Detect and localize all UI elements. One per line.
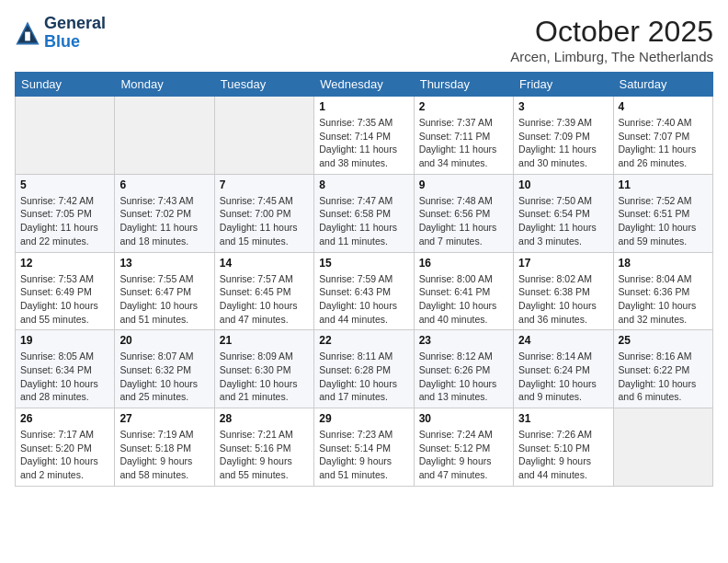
day-number: 20	[119, 334, 209, 347]
calendar-week-row: 1Sunrise: 7:35 AM Sunset: 7:14 PM Daylig…	[16, 97, 713, 175]
day-info: Sunrise: 8:02 AM Sunset: 6:38 PM Dayligh…	[518, 272, 608, 327]
calendar-cell: 22Sunrise: 8:11 AM Sunset: 6:28 PM Dayli…	[314, 330, 414, 408]
day-number: 8	[319, 178, 408, 191]
day-info: Sunrise: 7:21 AM Sunset: 5:16 PM Dayligh…	[220, 428, 309, 482]
weekday-header: Thursday	[414, 73, 513, 97]
calendar-cell: 31Sunrise: 7:26 AM Sunset: 5:10 PM Dayli…	[514, 408, 613, 487]
day-number: 10	[518, 178, 608, 191]
day-number: 7	[220, 178, 309, 191]
calendar-cell: 29Sunrise: 7:23 AM Sunset: 5:14 PM Dayli…	[314, 408, 414, 487]
day-info: Sunrise: 8:09 AM Sunset: 6:30 PM Dayligh…	[220, 350, 309, 404]
day-info: Sunrise: 7:39 AM Sunset: 7:09 PM Dayligh…	[518, 116, 608, 170]
day-number: 24	[518, 334, 608, 347]
day-info: Sunrise: 7:43 AM Sunset: 7:02 PM Dayligh…	[119, 194, 209, 248]
title-block: October 2025 Arcen, Limburg, The Netherl…	[510, 15, 713, 64]
day-number: 5	[20, 178, 109, 191]
day-info: Sunrise: 7:48 AM Sunset: 6:56 PM Dayligh…	[419, 194, 508, 248]
day-info: Sunrise: 7:40 AM Sunset: 7:07 PM Dayligh…	[619, 116, 708, 170]
day-number: 17	[518, 257, 608, 270]
day-info: Sunrise: 7:23 AM Sunset: 5:14 PM Dayligh…	[319, 428, 408, 482]
day-info: Sunrise: 7:42 AM Sunset: 7:05 PM Dayligh…	[20, 194, 109, 248]
calendar-cell: 17Sunrise: 8:02 AM Sunset: 6:38 PM Dayli…	[514, 252, 613, 330]
calendar-cell	[613, 408, 712, 487]
location: Arcen, Limburg, The Netherlands	[510, 49, 713, 64]
day-info: Sunrise: 8:16 AM Sunset: 6:22 PM Dayligh…	[619, 350, 708, 404]
calendar-cell: 16Sunrise: 8:00 AM Sunset: 6:41 PM Dayli…	[414, 252, 513, 330]
calendar-cell	[115, 97, 214, 175]
calendar-cell: 15Sunrise: 7:59 AM Sunset: 6:43 PM Dayli…	[314, 252, 414, 330]
day-number: 14	[220, 257, 309, 270]
day-number: 23	[419, 334, 508, 347]
calendar-cell: 25Sunrise: 8:16 AM Sunset: 6:22 PM Dayli…	[613, 330, 712, 408]
calendar-week-row: 12Sunrise: 7:53 AM Sunset: 6:49 PM Dayli…	[16, 252, 713, 330]
day-info: Sunrise: 8:04 AM Sunset: 6:36 PM Dayligh…	[619, 272, 708, 327]
calendar-cell: 5Sunrise: 7:42 AM Sunset: 7:05 PM Daylig…	[16, 174, 115, 252]
day-info: Sunrise: 8:07 AM Sunset: 6:32 PM Dayligh…	[119, 350, 209, 404]
calendar-cell: 6Sunrise: 7:43 AM Sunset: 7:02 PM Daylig…	[115, 174, 214, 252]
day-number: 31	[518, 412, 608, 425]
calendar-cell: 23Sunrise: 8:12 AM Sunset: 6:26 PM Dayli…	[414, 330, 513, 408]
calendar-cell: 27Sunrise: 7:19 AM Sunset: 5:18 PM Dayli…	[115, 408, 214, 487]
calendar-cell: 28Sunrise: 7:21 AM Sunset: 5:16 PM Dayli…	[214, 408, 313, 487]
day-number: 21	[220, 334, 309, 347]
day-info: Sunrise: 7:55 AM Sunset: 6:47 PM Dayligh…	[119, 272, 209, 327]
calendar-cell: 1Sunrise: 7:35 AM Sunset: 7:14 PM Daylig…	[314, 97, 414, 175]
calendar-week-row: 5Sunrise: 7:42 AM Sunset: 7:05 PM Daylig…	[16, 174, 713, 252]
day-number: 19	[20, 334, 109, 347]
day-info: Sunrise: 8:14 AM Sunset: 6:24 PM Dayligh…	[518, 350, 608, 404]
day-number: 12	[20, 257, 109, 270]
calendar-cell: 30Sunrise: 7:24 AM Sunset: 5:12 PM Dayli…	[414, 408, 513, 487]
weekday-header: Monday	[115, 73, 214, 97]
calendar-cell: 13Sunrise: 7:55 AM Sunset: 6:47 PM Dayli…	[115, 252, 214, 330]
weekday-header: Friday	[514, 73, 613, 97]
logo-line2: Blue	[44, 33, 106, 52]
day-number: 28	[220, 412, 309, 425]
day-info: Sunrise: 7:59 AM Sunset: 6:43 PM Dayligh…	[319, 272, 408, 327]
calendar-cell: 8Sunrise: 7:47 AM Sunset: 6:58 PM Daylig…	[314, 174, 414, 252]
day-info: Sunrise: 7:26 AM Sunset: 5:10 PM Dayligh…	[518, 428, 608, 482]
logo-line1: General	[44, 15, 106, 33]
calendar-cell: 3Sunrise: 7:39 AM Sunset: 7:09 PM Daylig…	[514, 97, 613, 175]
calendar-table: SundayMondayTuesdayWednesdayThursdayFrid…	[15, 72, 713, 487]
weekday-header: Wednesday	[314, 73, 414, 97]
calendar-cell	[214, 97, 313, 175]
day-info: Sunrise: 7:24 AM Sunset: 5:12 PM Dayligh…	[419, 428, 508, 482]
calendar-cell: 2Sunrise: 7:37 AM Sunset: 7:11 PM Daylig…	[414, 97, 513, 175]
day-number: 27	[119, 412, 209, 425]
calendar-week-row: 19Sunrise: 8:05 AM Sunset: 6:34 PM Dayli…	[16, 330, 713, 408]
day-number: 2	[419, 100, 508, 113]
day-number: 15	[319, 257, 408, 270]
day-info: Sunrise: 7:50 AM Sunset: 6:54 PM Dayligh…	[518, 194, 608, 248]
day-number: 11	[619, 178, 708, 191]
page-header: General Blue October 2025 Arcen, Limburg…	[15, 15, 713, 64]
day-info: Sunrise: 8:12 AM Sunset: 6:26 PM Dayligh…	[419, 350, 508, 404]
day-number: 25	[619, 334, 708, 347]
calendar-cell: 4Sunrise: 7:40 AM Sunset: 7:07 PM Daylig…	[613, 97, 712, 175]
weekday-header-row: SundayMondayTuesdayWednesdayThursdayFrid…	[16, 73, 713, 97]
weekday-header: Saturday	[613, 73, 712, 97]
day-number: 16	[419, 257, 508, 270]
day-number: 4	[619, 100, 708, 113]
day-number: 13	[119, 257, 209, 270]
day-info: Sunrise: 8:00 AM Sunset: 6:41 PM Dayligh…	[419, 272, 508, 327]
day-number: 26	[20, 412, 109, 425]
calendar-cell: 7Sunrise: 7:45 AM Sunset: 7:00 PM Daylig…	[214, 174, 313, 252]
calendar-cell: 10Sunrise: 7:50 AM Sunset: 6:54 PM Dayli…	[514, 174, 613, 252]
day-info: Sunrise: 7:45 AM Sunset: 7:00 PM Dayligh…	[220, 194, 309, 248]
day-number: 18	[619, 257, 708, 270]
day-info: Sunrise: 8:11 AM Sunset: 6:28 PM Dayligh…	[319, 350, 408, 404]
calendar-cell: 9Sunrise: 7:48 AM Sunset: 6:56 PM Daylig…	[414, 174, 513, 252]
calendar-cell: 24Sunrise: 8:14 AM Sunset: 6:24 PM Dayli…	[514, 330, 613, 408]
weekday-header: Tuesday	[214, 73, 313, 97]
logo: General Blue	[15, 15, 106, 52]
calendar-cell: 21Sunrise: 8:09 AM Sunset: 6:30 PM Dayli…	[214, 330, 313, 408]
day-number: 22	[319, 334, 408, 347]
calendar-cell	[16, 97, 115, 175]
day-number: 9	[419, 178, 508, 191]
logo-icon	[15, 20, 40, 46]
day-info: Sunrise: 7:53 AM Sunset: 6:49 PM Dayligh…	[20, 272, 109, 327]
svg-rect-2	[25, 31, 30, 40]
calendar-cell: 26Sunrise: 7:17 AM Sunset: 5:20 PM Dayli…	[16, 408, 115, 487]
day-info: Sunrise: 7:19 AM Sunset: 5:18 PM Dayligh…	[119, 428, 209, 482]
day-info: Sunrise: 7:17 AM Sunset: 5:20 PM Dayligh…	[20, 428, 109, 482]
